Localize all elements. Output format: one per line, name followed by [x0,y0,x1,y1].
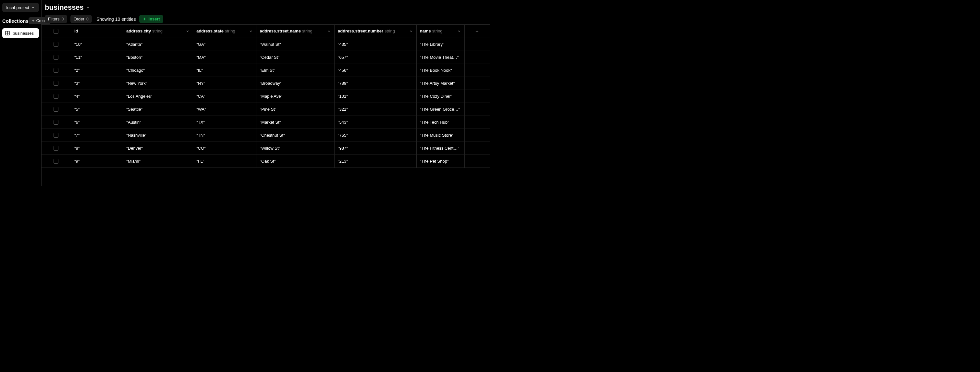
cell-state[interactable]: "CO" [193,141,256,154]
cell-state[interactable]: "TN" [193,129,256,141]
insert-button[interactable]: Insert [139,15,163,23]
table-row[interactable]: "2""Chicago""IL""Elm St""456""The Book N… [41,64,490,76]
cell-street-number[interactable]: "987" [334,141,416,154]
chevron-down-icon[interactable] [409,29,413,33]
cell-name[interactable]: "The Library" [416,38,465,51]
cell-id[interactable]: "9" [71,154,123,167]
cell-city[interactable]: "Denver" [123,141,193,154]
cell-street-number[interactable]: "789" [334,76,416,90]
column-header-address-street-name[interactable]: address.street.namestring [256,25,334,38]
cell-street-name[interactable]: "Willow St" [256,141,334,154]
cell-city[interactable]: "Miami" [123,154,193,167]
cell-id[interactable]: "7" [71,129,123,141]
cell-id[interactable]: "5" [71,103,123,116]
cell-street-number[interactable]: "435" [334,38,416,51]
table-row[interactable]: "8""Denver""CO""Willow St""987""The Fitn… [41,141,490,154]
select-all-checkbox[interactable] [54,29,59,34]
row-checkbox[interactable] [54,94,59,99]
cell-name[interactable]: "The Movie Theat…" [416,51,465,64]
table-row[interactable]: "11""Boston""MA""Cedar St""657""The Movi… [41,51,490,64]
cell-name[interactable]: "The Fitness Cent…" [416,141,465,154]
chevron-down-icon[interactable] [186,29,189,33]
row-checkbox[interactable] [54,133,59,138]
cell-state[interactable]: "IL" [193,64,256,76]
cell-street-name[interactable]: "Cedar St" [256,51,334,64]
cell-street-name[interactable]: "Broadway" [256,76,334,90]
sidebar-item-businesses[interactable]: businesses [2,28,39,38]
cell-name[interactable]: "The Tech Hub" [416,116,465,129]
table-row[interactable]: "7""Nashville""TN""Chestnut St""765""The… [41,129,490,141]
chevron-down-icon[interactable] [86,5,90,10]
cell-city[interactable]: "New York" [123,76,193,90]
chevron-down-icon[interactable] [327,29,331,33]
order-button[interactable]: Order 0 [70,15,92,23]
table-row[interactable]: "5""Seattle""WA""Pine St""321""The Green… [41,103,490,116]
row-checkbox[interactable] [54,146,59,151]
add-column-button[interactable] [465,25,490,38]
column-header-address-state[interactable]: address.statestring [193,25,256,38]
cell-street-name[interactable]: "Chestnut St" [256,129,334,141]
cell-street-name[interactable]: "Walnut St" [256,38,334,51]
chevron-down-icon[interactable] [457,29,461,33]
cell-id[interactable]: "4" [71,90,123,103]
cell-state[interactable]: "MA" [193,51,256,64]
row-checkbox[interactable] [54,120,59,125]
cell-street-name[interactable]: "Elm St" [256,64,334,76]
chevron-down-icon[interactable] [249,29,253,33]
table-row[interactable]: "10""Atlanta""GA""Walnut St""435""The Li… [41,38,490,51]
cell-city[interactable]: "Los Angeles" [123,90,193,103]
cell-name[interactable]: "The Artsy Market" [416,76,465,90]
table-row[interactable]: "6""Austin""TX""Market St""543""The Tech… [41,116,490,129]
row-checkbox[interactable] [54,42,59,47]
table-row[interactable]: "3""New York""NY""Broadway""789""The Art… [41,76,490,90]
column-header-address-street-number[interactable]: address.street.numberstring [334,25,416,38]
cell-city[interactable]: "Nashville" [123,129,193,141]
column-header-address-city[interactable]: address.citystring [123,25,193,38]
cell-street-name[interactable]: "Pine St" [256,103,334,116]
cell-city[interactable]: "Boston" [123,51,193,64]
table-row[interactable]: "4""Los Angeles""CA""Maple Ave""101""The… [41,90,490,103]
cell-street-number[interactable]: "657" [334,51,416,64]
row-checkbox[interactable] [54,55,59,60]
cell-city[interactable]: "Austin" [123,116,193,129]
cell-street-name[interactable]: "Oak St" [256,154,334,167]
cell-id[interactable]: "2" [71,64,123,76]
cell-state[interactable]: "FL" [193,154,256,167]
cell-street-name[interactable]: "Market St" [256,116,334,129]
cell-street-name[interactable]: "Maple Ave" [256,90,334,103]
cell-name[interactable]: "The Music Store" [416,129,465,141]
row-checkbox[interactable] [54,81,59,86]
cell-street-number[interactable]: "101" [334,90,416,103]
cell-city[interactable]: "Chicago" [123,64,193,76]
plus-icon [142,17,147,21]
row-checkbox[interactable] [54,68,59,73]
cell-id[interactable]: "10" [71,38,123,51]
cell-name[interactable]: "The Pet Shop" [416,154,465,167]
cell-street-number[interactable]: "456" [334,64,416,76]
cell-id[interactable]: "11" [71,51,123,64]
cell-state[interactable]: "NY" [193,76,256,90]
cell-id[interactable]: "3" [71,76,123,90]
cell-name[interactable]: "The Cozy Diner" [416,90,465,103]
column-header-id[interactable]: id [71,25,123,38]
cell-name[interactable]: "The Book Nook" [416,64,465,76]
cell-street-number[interactable]: "765" [334,129,416,141]
cell-name[interactable]: "The Green Groce…" [416,103,465,116]
cell-id[interactable]: "6" [71,116,123,129]
cell-state[interactable]: "WA" [193,103,256,116]
table-row[interactable]: "9""Miami""FL""Oak St""213""The Pet Shop… [41,154,490,167]
cell-city[interactable]: "Atlanta" [123,38,193,51]
column-header-name[interactable]: namestring [416,25,465,38]
project-selector[interactable]: local-project [2,3,39,12]
cell-street-number[interactable]: "213" [334,154,416,167]
cell-street-number[interactable]: "321" [334,103,416,116]
cell-state[interactable]: "GA" [193,38,256,51]
cell-street-number[interactable]: "543" [334,116,416,129]
cell-id[interactable]: "8" [71,141,123,154]
filters-button[interactable]: Filters 0 [45,15,67,23]
cell-state[interactable]: "TX" [193,116,256,129]
row-checkbox[interactable] [54,159,59,164]
cell-city[interactable]: "Seattle" [123,103,193,116]
row-checkbox[interactable] [54,107,59,112]
cell-state[interactable]: "CA" [193,90,256,103]
